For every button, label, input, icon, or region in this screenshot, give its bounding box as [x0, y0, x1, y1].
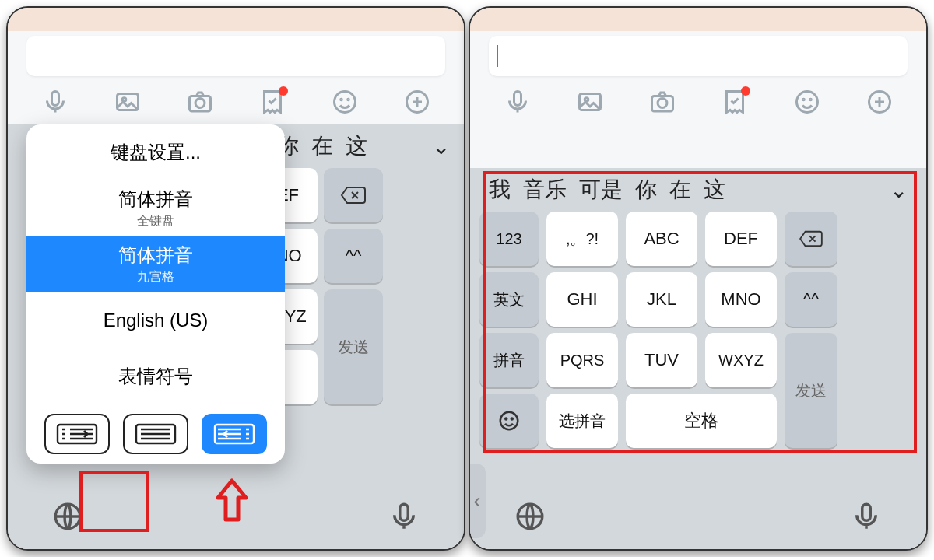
key-def[interactable]: DEF	[705, 212, 777, 266]
svg-point-24	[505, 418, 507, 420]
key-tuv[interactable]: TUV	[626, 333, 697, 387]
system-row	[470, 495, 926, 538]
key-ghi[interactable]: GHI	[546, 272, 618, 327]
keyboard-area: 我 音乐 可是 你 在 这 ⌄ 123 ,。?! ABC DEF 英文 GHI …	[470, 168, 926, 549]
dock-right-icon-selected[interactable]	[202, 414, 267, 454]
chevron-down-icon[interactable]: ⌄	[427, 134, 455, 159]
key-jkl[interactable]: JKL	[626, 272, 697, 327]
keypad-grid: 123 ,。?! ABC DEF 英文 GHI JKL MNO ^^ 拼音 PQ…	[479, 212, 917, 448]
key-caret[interactable]: ^^	[785, 272, 837, 327]
mic-icon[interactable]	[388, 500, 420, 533]
key-select-pinyin[interactable]: 选拼音	[546, 394, 618, 448]
suggestion[interactable]: 我	[484, 175, 515, 205]
keyboard-dock-row	[26, 404, 285, 464]
suggestion[interactable]: 在	[665, 175, 696, 205]
svg-point-21	[809, 99, 811, 100]
message-input[interactable]	[26, 36, 445, 76]
key-punct[interactable]: ,。?!	[546, 212, 618, 266]
popup-item-english[interactable]: English (US)	[26, 292, 285, 348]
chevron-down-icon[interactable]: ⌄	[885, 177, 912, 203]
suggestion[interactable]: 你	[630, 175, 662, 205]
key-mno[interactable]: MNO	[705, 272, 777, 327]
suggestion[interactable]: 这	[699, 175, 730, 205]
key-send[interactable]: 发送	[785, 333, 837, 448]
mic-icon[interactable]	[41, 88, 69, 116]
globe-icon[interactable]	[514, 500, 546, 533]
dock-center-icon[interactable]	[123, 414, 188, 454]
plus-icon[interactable]	[403, 88, 431, 116]
status-bar	[8, 8, 464, 31]
notification-dot	[279, 86, 288, 96]
emoji-icon[interactable]	[331, 88, 359, 116]
suggestion[interactable]: 在	[307, 131, 338, 161]
emoji-icon[interactable]	[793, 88, 821, 116]
popup-item-emoji[interactable]: 表情符号	[26, 348, 285, 404]
toolbar	[470, 76, 926, 121]
camera-icon[interactable]	[186, 88, 214, 116]
dock-left-icon[interactable]	[44, 414, 110, 454]
key-delete[interactable]	[785, 212, 837, 266]
keyboard-switcher-popup: 键盘设置... 简体拼音 全键盘 简体拼音 九宫格 English (US) 表…	[26, 124, 285, 464]
key-123[interactable]: 123	[479, 212, 539, 266]
svg-point-6	[340, 99, 342, 100]
message-input[interactable]	[489, 36, 908, 76]
status-bar	[470, 8, 926, 31]
key-wxyz[interactable]: WXYZ	[705, 333, 777, 387]
suggestion[interactable]: 可是	[574, 175, 627, 205]
key-caret[interactable]: ^^	[324, 229, 383, 283]
svg-point-4	[195, 99, 205, 108]
suggestion-bar[interactable]: 我 音乐 可是 你 在 这 ⌄	[470, 168, 926, 212]
photo-icon[interactable]	[114, 88, 142, 116]
key-pqrs[interactable]: PQRS	[546, 333, 618, 387]
suggestion[interactable]: 这	[341, 131, 372, 161]
popup-item-pinyin-9grid-selected[interactable]: 简体拼音 九宫格	[26, 236, 285, 292]
key-send[interactable]: 发送	[324, 289, 383, 404]
svg-point-23	[500, 412, 518, 430]
svg-rect-0	[51, 92, 58, 106]
screenshot-left: 你 在 这 ⌄ C DEF L MNO ^^ V WXYZ 发送	[6, 6, 465, 551]
svg-rect-27	[862, 504, 871, 520]
key-emoji[interactable]	[479, 394, 539, 448]
receipt-icon[interactable]	[721, 88, 749, 116]
svg-point-20	[802, 99, 804, 100]
svg-point-7	[347, 99, 349, 100]
key-delete[interactable]	[324, 168, 383, 222]
svg-point-19	[796, 92, 817, 113]
globe-icon[interactable]	[51, 500, 84, 533]
key-pinyin[interactable]: 拼音	[479, 333, 539, 387]
svg-rect-14	[514, 92, 521, 106]
notification-dot	[741, 86, 750, 96]
system-row	[8, 495, 464, 538]
suggestion[interactable]: 音乐	[518, 175, 571, 205]
photo-icon[interactable]	[576, 88, 604, 116]
key-english[interactable]: 英文	[479, 272, 539, 327]
key-abc[interactable]: ABC	[626, 212, 697, 266]
plus-icon[interactable]	[866, 88, 894, 116]
svg-point-5	[334, 92, 355, 113]
mic-icon[interactable]	[850, 500, 883, 533]
screenshot-right: 我 音乐 可是 你 在 这 ⌄ 123 ,。?! ABC DEF 英文 GHI …	[469, 6, 928, 551]
svg-point-18	[658, 99, 667, 108]
key-space[interactable]: 空格	[626, 394, 777, 448]
camera-icon[interactable]	[648, 88, 676, 116]
svg-point-25	[511, 418, 513, 420]
popup-item-pinyin-full[interactable]: 简体拼音 全键盘	[26, 180, 285, 236]
text-cursor	[497, 45, 498, 67]
mic-icon[interactable]	[504, 88, 532, 116]
popup-item-settings[interactable]: 键盘设置...	[26, 124, 285, 180]
toolbar	[8, 76, 464, 121]
receipt-icon[interactable]	[258, 88, 286, 116]
svg-rect-10	[400, 504, 409, 520]
